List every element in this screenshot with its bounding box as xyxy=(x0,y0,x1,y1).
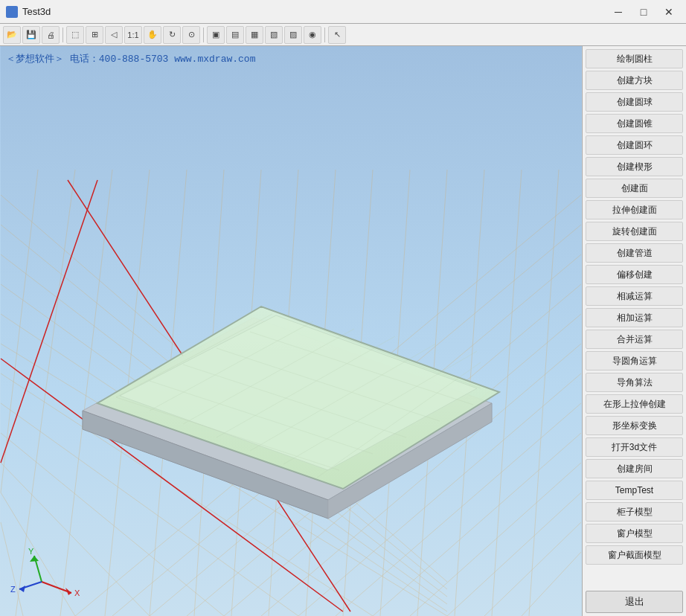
toolbar-save[interactable]: 💾 xyxy=(22,26,40,44)
create-wedge-button[interactable]: 创建楔形 xyxy=(586,157,683,176)
toolbar-zoom-window[interactable]: ⬚ xyxy=(66,26,84,44)
toolbar-render[interactable]: ◉ xyxy=(304,26,321,44)
draw-cylinder-button[interactable]: 绘制圆柱 xyxy=(586,49,683,68)
toolbar-view1[interactable]: ▣ xyxy=(207,26,225,44)
window-section-button[interactable]: 窗户截面模型 xyxy=(586,545,683,565)
revolve-face-button[interactable]: 旋转创建面 xyxy=(586,222,683,241)
extrude-on-face-button[interactable]: 在形上拉伸创建 xyxy=(586,394,683,414)
create-face-button[interactable]: 创建面 xyxy=(586,179,683,198)
exit-button[interactable]: 退出 xyxy=(586,591,683,613)
shape-transform-button[interactable]: 形坐标变换 xyxy=(586,416,683,435)
panel-spacer xyxy=(586,567,683,588)
title-bar: Test3d ─ □ ✕ xyxy=(0,0,686,24)
toolbar-zoom-all[interactable]: ⊞ xyxy=(86,26,103,44)
create-box-button[interactable]: 创建方块 xyxy=(586,71,683,90)
app-icon xyxy=(6,6,18,18)
title-bar-left: Test3d xyxy=(6,6,51,18)
svg-text:Y: Y xyxy=(28,547,34,556)
svg-text:Z: Z xyxy=(10,585,16,594)
create-sphere-button[interactable]: 创建圆球 xyxy=(586,92,683,112)
toolbar-cursor[interactable]: ↖ xyxy=(328,26,346,44)
right-panel: 绘制圆柱 创建方块 创建圆球 创建圆锥 创建圆环 创建楔形 创建面 拉伸创建面 … xyxy=(582,46,686,616)
open-3d-button[interactable]: 打开3d文件 xyxy=(586,437,683,457)
toolbar-sep3 xyxy=(324,28,325,42)
viewport-svg: X Y Z xyxy=(0,46,582,616)
toolbar-print[interactable]: 🖨 xyxy=(42,26,60,44)
toolbar-view3[interactable]: ▦ xyxy=(246,26,263,44)
create-room-button[interactable]: 创建房间 xyxy=(586,459,683,478)
union-button[interactable]: 合并运算 xyxy=(586,330,683,349)
main-layout: ＜梦想软件＞ 电话：400-888-5703 www.mxdraw.com xyxy=(0,46,686,616)
create-torus-button[interactable]: 创建圆环 xyxy=(586,135,683,155)
create-cone-button[interactable]: 创建圆锥 xyxy=(586,114,683,133)
toolbar-sep2 xyxy=(203,28,204,42)
watermark-text: ＜梦想软件＞ 电话：400-888-5703 www.mxdraw.com xyxy=(6,52,255,65)
create-pipe-button[interactable]: 创建管道 xyxy=(586,243,683,263)
fillet-edge-button[interactable]: 导圆角运算 xyxy=(586,351,683,370)
toolbar-pan[interactable]: ✋ xyxy=(144,26,161,44)
toolbar-orbit[interactable]: ⊙ xyxy=(182,26,200,44)
toolbar: 📂 💾 🖨 ⬚ ⊞ ◁ 1:1 ✋ ↻ ⊙ ▣ ▤ ▦ ▧ ▨ ◉ ↖ xyxy=(0,24,686,46)
temp-test-button[interactable]: TempTest xyxy=(586,481,683,500)
title-bar-controls: ─ □ ✕ xyxy=(607,4,680,20)
svg-text:X: X xyxy=(74,588,80,597)
viewport-3d[interactable]: ＜梦想软件＞ 电话：400-888-5703 www.mxdraw.com xyxy=(0,46,582,616)
toolbar-open[interactable]: 📂 xyxy=(3,26,21,44)
window-model-button[interactable]: 窗户模型 xyxy=(586,524,683,543)
offset-create-button[interactable]: 偏移创建 xyxy=(586,265,683,284)
maximize-button[interactable]: □ xyxy=(632,4,655,20)
toolbar-view5[interactable]: ▨ xyxy=(284,26,302,44)
toolbar-rotate3d[interactable]: ↻ xyxy=(163,26,181,44)
minimize-button[interactable]: ─ xyxy=(607,4,629,20)
toolbar-zoom-prev[interactable]: ◁ xyxy=(105,26,123,44)
toolbar-view2[interactable]: ▤ xyxy=(226,26,244,44)
app-title: Test3d xyxy=(22,6,51,17)
toolbar-view4[interactable]: ▧ xyxy=(265,26,283,44)
chamfer-edge-button[interactable]: 导角算法 xyxy=(586,373,683,392)
toolbar-zoom-real[interactable]: 1:1 xyxy=(124,26,142,44)
close-button[interactable]: ✕ xyxy=(658,4,680,20)
cabinet-model-button[interactable]: 柜子模型 xyxy=(586,502,683,522)
subtract-button[interactable]: 相减运算 xyxy=(586,286,683,306)
extrude-face-button[interactable]: 拉伸创建面 xyxy=(586,200,683,219)
add-button[interactable]: 相加运算 xyxy=(586,308,683,327)
toolbar-sep1 xyxy=(62,28,63,42)
